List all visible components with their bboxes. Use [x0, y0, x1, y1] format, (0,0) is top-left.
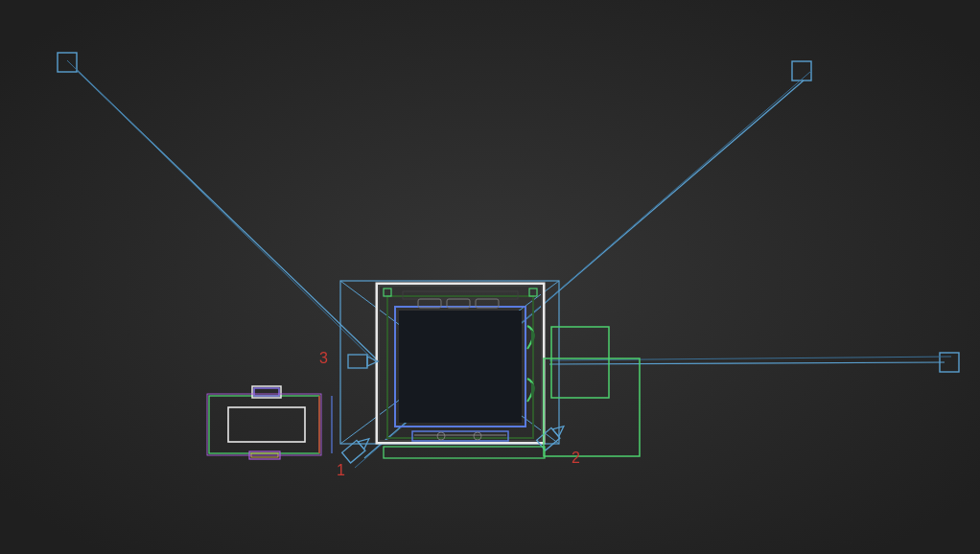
scene-wireframe [0, 0, 980, 554]
svg-rect-16 [551, 327, 609, 398]
svg-rect-20 [254, 388, 279, 396]
camera-label-2: 2 [572, 450, 580, 467]
svg-rect-21 [254, 388, 279, 396]
svg-rect-9 [348, 355, 367, 368]
camera-label-3: 3 [319, 350, 328, 367]
camera-target-box[interactable] [58, 53, 77, 72]
camera-label-1: 1 [337, 462, 345, 479]
camera-1[interactable] [342, 433, 374, 463]
camera-target-box[interactable] [792, 61, 811, 81]
bench[interactable] [412, 431, 508, 441]
viewport-top[interactable]: 1 2 3 [0, 0, 980, 554]
svg-rect-0 [384, 289, 391, 296]
camera-line [67, 60, 378, 364]
room-footer [384, 447, 545, 458]
svg-rect-1 [529, 289, 537, 296]
svg-rect-26 [207, 394, 321, 455]
object-left-group[interactable] [207, 386, 332, 459]
floor-fill [399, 311, 522, 423]
svg-marker-14 [552, 423, 567, 437]
svg-rect-17 [209, 396, 319, 453]
svg-rect-15 [544, 358, 640, 456]
svg-rect-18 [228, 407, 305, 442]
svg-marker-12 [358, 435, 372, 450]
